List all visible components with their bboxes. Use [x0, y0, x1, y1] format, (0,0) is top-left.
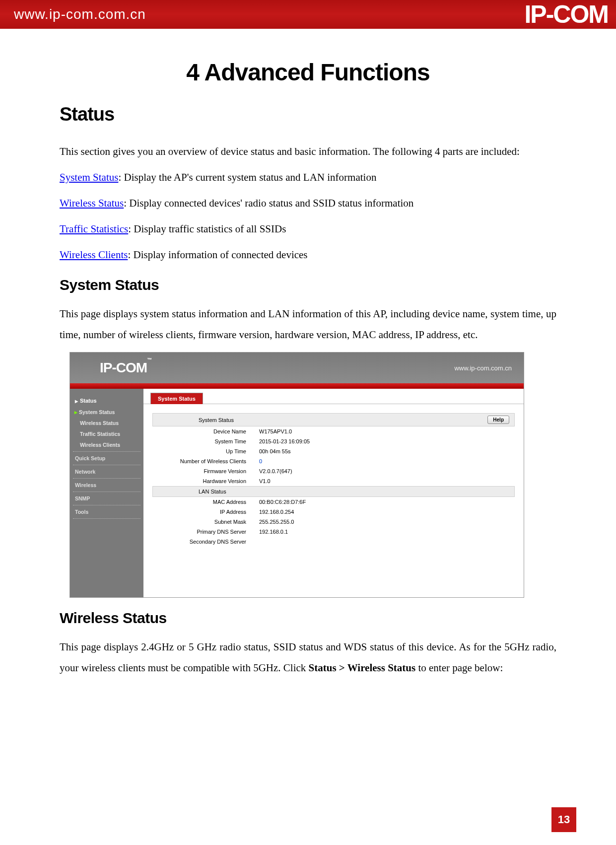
value-hardware-version: V1.0 — [259, 478, 271, 484]
row-secondary-dns: Secondary DNS Server — [152, 537, 515, 547]
page-number: 13 — [551, 807, 576, 832]
label-device-name: Device Name — [152, 428, 259, 434]
sidebar-separator — [73, 492, 140, 492]
sidebar-item-wireless-clients[interactable]: Wireless Clients — [70, 439, 143, 450]
ap-screenshot: IP-COM™ www.ip-com.com.cn Status System … — [69, 352, 524, 598]
sidebar-item-wireless[interactable]: Wireless — [70, 480, 143, 491]
sidebar-item-network[interactable]: Network — [70, 466, 143, 477]
row-subnet-mask: Subnet Mask 255.255.255.0 — [152, 517, 515, 527]
link-system-status[interactable]: System Status — [60, 171, 118, 183]
link-wireless-status[interactable]: Wireless Status — [60, 197, 124, 209]
row-ip-address: IP Address 192.168.0.254 — [152, 507, 515, 517]
link-line-traffic-statistics: Traffic Statistics: Display traffic stat… — [60, 219, 556, 239]
ap-panel: System Status Help Device Name W175APV1.… — [143, 404, 524, 562]
sidebar-separator — [73, 518, 140, 519]
ap-content: System Status System Status Help Device … — [143, 389, 524, 597]
link-line-wireless-clients: Wireless Clients: Display information of… — [60, 245, 556, 265]
value-subnet-mask: 255.255.255.0 — [259, 519, 294, 525]
row-primary-dns: Primary DNS Server 192.168.0.1 — [152, 527, 515, 537]
label-subnet-mask: Subnet Mask — [152, 519, 259, 525]
value-up-time: 00h 04m 55s — [259, 448, 291, 454]
ap-logo: IP-COM™ — [100, 360, 151, 376]
value-system-time: 2015-01-23 16:09:05 — [259, 438, 310, 444]
value-primary-dns: 192.168.0.1 — [259, 529, 288, 535]
ap-top-url: www.ip-com.com.cn — [454, 364, 512, 372]
label-ip-address: IP Address — [152, 509, 259, 515]
ap-red-bar — [70, 383, 524, 389]
page-header-banner: www.ip-com.com.cn IP-COM — [0, 0, 616, 29]
wireless-status-paragraph: This page displays 2.4GHz or 5 GHz radio… — [60, 636, 556, 678]
ap-section-lan-status: LAN Status — [152, 486, 515, 497]
ap-section-system-status: System Status Help — [152, 413, 515, 426]
link-line-wireless-status: Wireless Status: Display connected devic… — [60, 194, 556, 213]
header-logo: IP-COM — [524, 0, 608, 29]
header-url: www.ip-com.com.cn — [14, 6, 146, 22]
sidebar-item-system-status[interactable]: System Status — [70, 407, 143, 418]
row-firmware-version: Firmware Version V2.0.0.7(647) — [152, 466, 515, 476]
value-mac-address: 00:B0:C6:28:D7:6F — [259, 499, 306, 505]
label-primary-dns: Primary DNS Server — [152, 529, 259, 535]
row-mac-address: MAC Address 00:B0:C6:28:D7:6F — [152, 497, 515, 507]
link-system-status-desc: : Display the AP's current system status… — [118, 171, 376, 183]
value-firmware-version: V2.0.0.7(647) — [259, 468, 292, 474]
help-button[interactable]: Help — [487, 416, 509, 424]
intro-paragraph: This section gives you an overview of de… — [60, 142, 556, 162]
sidebar-separator — [73, 465, 140, 465]
label-mac-address: MAC Address — [152, 499, 259, 505]
wireless-status-para-b: to enter page below: — [415, 662, 503, 674]
label-up-time: Up Time — [152, 448, 259, 454]
link-traffic-statistics[interactable]: Traffic Statistics — [60, 223, 128, 235]
subsection-wireless-status-heading: Wireless Status — [60, 610, 556, 627]
label-hardware-version: Hardware Version — [152, 478, 259, 484]
link-traffic-statistics-desc: : Display traffic statistics of all SSID… — [128, 223, 286, 235]
link-wireless-clients-desc: : Display information of connected devic… — [128, 249, 307, 261]
sidebar-item-tools[interactable]: Tools — [70, 506, 143, 517]
row-up-time: Up Time 00h 04m 55s — [152, 446, 515, 456]
section-status-heading: Status — [60, 104, 556, 125]
label-firmware-version: Firmware Version — [152, 468, 259, 474]
sidebar-item-wireless-status[interactable]: Wireless Status — [70, 418, 143, 428]
system-status-paragraph: This page displays system status informa… — [60, 303, 556, 345]
value-wireless-clients[interactable]: 0 — [259, 458, 262, 464]
row-system-time: System Time 2015-01-23 16:09:05 — [152, 436, 515, 446]
value-ip-address: 192.168.0.254 — [259, 509, 294, 515]
row-device-name: Device Name W175APV1.0 — [152, 426, 515, 436]
ap-tab-system-status[interactable]: System Status — [150, 393, 203, 404]
sidebar-item-traffic-statistics[interactable]: Traffic Statistics — [70, 428, 143, 439]
ap-main: Status System Status Wireless Status Tra… — [70, 389, 524, 597]
label-wireless-clients: Number of Wireless Clients — [152, 458, 259, 464]
row-wireless-clients: Number of Wireless Clients 0 — [152, 456, 515, 466]
link-wireless-clients[interactable]: Wireless Clients — [60, 249, 128, 261]
page-title: 4 Advanced Functions — [60, 59, 556, 86]
label-secondary-dns: Secondary DNS Server — [152, 539, 259, 545]
link-line-system-status: System Status: Display the AP's current … — [60, 168, 556, 188]
sidebar-separator — [73, 451, 140, 452]
sidebar-separator — [73, 505, 140, 505]
sidebar-item-snmp[interactable]: SNMP — [70, 493, 143, 504]
label-system-time: System Time — [152, 438, 259, 444]
document-body: 4 Advanced Functions Status This section… — [0, 29, 616, 678]
sidebar-item-quick-setup[interactable]: Quick Setup — [70, 453, 143, 464]
row-hardware-version: Hardware Version V1.0 — [152, 476, 515, 486]
ap-sidebar: Status System Status Wireless Status Tra… — [70, 389, 143, 597]
subsection-system-status-heading: System Status — [60, 277, 556, 293]
sidebar-item-status[interactable]: Status — [70, 395, 143, 407]
ap-section-system-status-label: System Status — [199, 417, 234, 423]
ap-section-lan-status-label: LAN Status — [199, 489, 226, 494]
ap-top-bar: IP-COM™ www.ip-com.com.cn — [70, 352, 524, 383]
wireless-status-para-bold: Status > Wireless Status — [309, 662, 416, 674]
value-device-name: W175APV1.0 — [259, 428, 292, 434]
sidebar-separator — [73, 478, 140, 479]
link-wireless-status-desc: : Display connected devices' radio statu… — [124, 197, 413, 209]
